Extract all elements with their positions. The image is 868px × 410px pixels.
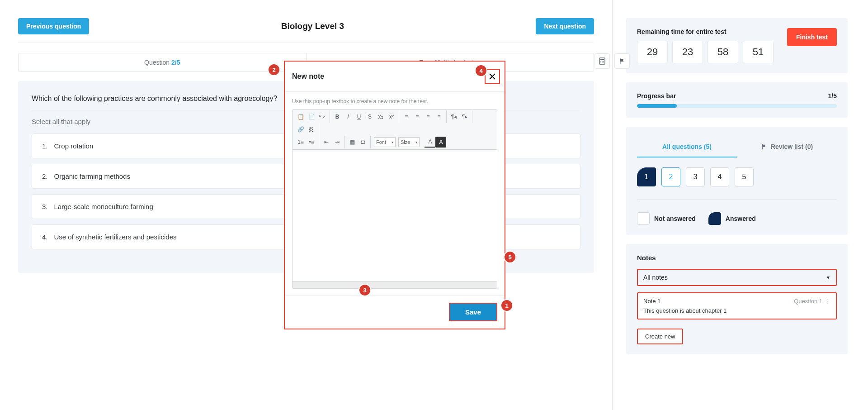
- svg-rect-1: [600, 59, 604, 60]
- option-text: Use of synthetic fertilizers and pestici…: [54, 233, 177, 241]
- questions-panel: All questions (5) Review list (0) 1 2 3 …: [626, 127, 848, 235]
- question-nav-1[interactable]: 1: [637, 167, 656, 186]
- subscript-icon[interactable]: x₂: [375, 111, 386, 122]
- option-text: Large-scale monoculture farming: [54, 203, 153, 210]
- legend-ans-label: Answered: [726, 215, 756, 222]
- progress-track: [637, 104, 837, 108]
- question-nav-5[interactable]: 5: [735, 167, 754, 186]
- svg-point-4: [603, 61, 604, 62]
- rtl-icon[interactable]: ¶▸: [459, 111, 470, 122]
- timer-hours: 23: [672, 41, 703, 63]
- paste-text-icon[interactable]: 📄: [306, 111, 317, 122]
- svg-point-2: [600, 61, 601, 62]
- note-textarea[interactable]: [292, 150, 497, 281]
- align-justify-icon[interactable]: ≡: [434, 111, 444, 122]
- underline-icon[interactable]: U: [354, 111, 364, 122]
- annotation-4: 4: [476, 65, 486, 76]
- unordered-list-icon[interactable]: •≡: [306, 137, 317, 148]
- timer-minutes: 58: [708, 41, 738, 63]
- question-nav-2[interactable]: 2: [661, 167, 680, 186]
- ordered-list-icon[interactable]: 1≡: [295, 137, 306, 148]
- legend-answered: Answered: [708, 212, 756, 225]
- tab-all-questions[interactable]: All questions (5): [637, 137, 737, 157]
- table-icon[interactable]: ▦: [347, 137, 358, 148]
- annotation-1: 1: [501, 300, 512, 311]
- bg-color-icon[interactable]: A: [435, 137, 446, 148]
- question-counter-value: 2/5: [171, 59, 180, 66]
- legend-not-answered: Not answered: [637, 212, 696, 225]
- option-num: 3.: [42, 203, 48, 210]
- notes-filter-select[interactable]: All notes ▼: [637, 269, 837, 286]
- svg-point-3: [602, 61, 603, 62]
- flag-icon: [761, 143, 767, 150]
- tab-review-list[interactable]: Review list (0): [737, 137, 837, 157]
- align-right-icon[interactable]: ≡: [423, 111, 434, 122]
- option-text: Crop rotation: [54, 142, 94, 150]
- ltr-icon[interactable]: ¶◂: [448, 111, 459, 122]
- note-item[interactable]: Note 1 Question 1 ⋮ This question is abo…: [637, 292, 837, 319]
- superscript-icon[interactable]: x²: [386, 111, 397, 122]
- timer-seconds: 51: [743, 41, 774, 63]
- close-icon: [488, 72, 496, 81]
- note-item-ref: Question 1: [794, 298, 822, 305]
- question-counter: Question 2/5: [19, 53, 306, 72]
- modal-hint: Use this pop-up textbox to create a new …: [292, 98, 497, 105]
- annotation-5: 5: [505, 252, 515, 262]
- svg-point-7: [603, 62, 604, 63]
- next-question-button[interactable]: Next question: [536, 18, 594, 34]
- bold-icon[interactable]: B: [332, 111, 343, 122]
- tab-review-label: Review list (0): [771, 143, 813, 150]
- paste-icon[interactable]: 📋: [295, 111, 306, 122]
- more-icon[interactable]: ⋮: [825, 298, 830, 305]
- save-button[interactable]: Save: [449, 303, 497, 321]
- progress-fill: [637, 104, 677, 108]
- text-color-icon[interactable]: A: [425, 137, 435, 148]
- question-nav-3[interactable]: 3: [686, 167, 705, 186]
- timer-days: 29: [637, 41, 668, 63]
- rich-text-editor: 📋 📄 ᴬᴮ✓ B I U S x₂ x² ≡ ≡ ≡ ≡: [292, 109, 497, 289]
- calculator-icon[interactable]: [594, 53, 610, 69]
- italic-icon[interactable]: I: [343, 111, 354, 122]
- svg-point-6: [602, 62, 603, 63]
- note-item-title: Note 1: [643, 298, 660, 305]
- close-button[interactable]: [485, 69, 500, 84]
- nav-row: Previous question Biology Level 3 Next q…: [18, 18, 594, 43]
- option-num: 2.: [42, 172, 48, 180]
- svg-point-5: [600, 62, 601, 63]
- timer-panel: Remaining time for entire test 29 23 58 …: [626, 18, 848, 73]
- previous-question-button[interactable]: Previous question: [18, 18, 89, 34]
- indent-icon[interactable]: ⇥: [332, 137, 343, 148]
- question-counter-label: Question: [144, 59, 171, 66]
- timer-label: Remaining time for entire test: [637, 28, 781, 35]
- create-note-button[interactable]: Create new: [637, 329, 683, 344]
- progress-count: 1/5: [828, 92, 837, 100]
- finish-test-button[interactable]: Finish test: [787, 28, 837, 46]
- modal-title: New note: [292, 72, 324, 81]
- unlink-icon[interactable]: ⛓: [306, 124, 317, 135]
- legend-not-label: Not answered: [654, 215, 696, 222]
- align-center-icon[interactable]: ≡: [412, 111, 423, 122]
- flag-icon[interactable]: [614, 53, 630, 69]
- annotation-2: 2: [269, 64, 279, 75]
- note-item-body: This question is about chapter 1: [643, 307, 830, 314]
- outdent-icon[interactable]: ⇤: [321, 137, 332, 148]
- caret-down-icon: ▼: [826, 275, 830, 280]
- option-num: 4.: [42, 233, 48, 241]
- new-note-modal: New note Use this pop-up textbox to crea…: [284, 61, 505, 329]
- page-title: Biology Level 3: [281, 21, 344, 31]
- align-left-icon[interactable]: ≡: [401, 111, 412, 122]
- spellcheck-icon[interactable]: ᴬᴮ✓: [317, 111, 328, 122]
- strike-icon[interactable]: S: [364, 111, 375, 122]
- option-num: 1.: [42, 142, 48, 150]
- size-select[interactable]: Size▾: [398, 137, 420, 147]
- editor-toolbar: 📋 📄 ᴬᴮ✓ B I U S x₂ x² ≡ ≡ ≡ ≡: [292, 110, 497, 150]
- notes-filter-value: All notes: [643, 274, 668, 281]
- option-text: Organic farming methods: [54, 172, 130, 180]
- link-icon[interactable]: 🔗: [295, 124, 306, 135]
- annotation-3: 3: [359, 285, 370, 296]
- progress-panel: Progress bar 1/5: [626, 82, 848, 118]
- question-nav-4[interactable]: 4: [710, 167, 729, 186]
- font-select[interactable]: Font▾: [374, 137, 396, 147]
- resize-handle[interactable]: [292, 281, 497, 288]
- special-char-icon[interactable]: Ω: [358, 137, 368, 148]
